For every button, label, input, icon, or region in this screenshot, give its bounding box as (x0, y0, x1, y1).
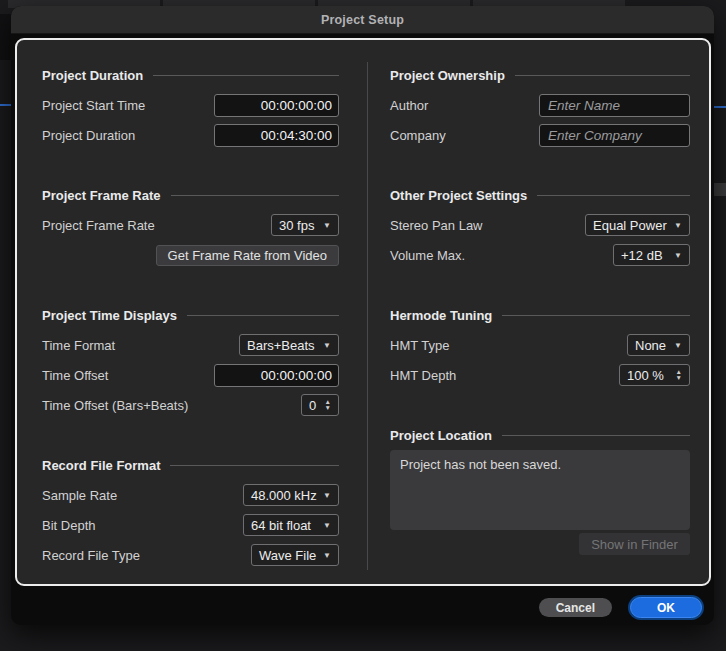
column-divider (367, 62, 368, 570)
section-header-hermode-tuning: Hermode Tuning (390, 307, 690, 323)
button-label: Cancel (556, 601, 595, 615)
section-rule (171, 195, 340, 196)
row-author: Author (390, 90, 690, 120)
selected-value: Wave File (259, 548, 316, 563)
row-project-duration: Project Duration (42, 120, 339, 150)
background-fragment (0, 14, 11, 60)
show-in-finder-button[interactable]: Show in Finder (579, 533, 690, 555)
row-record-file-type: Record File Type Wave File ▼ (42, 540, 339, 570)
field-label: HMT Depth (390, 368, 456, 383)
sample-rate-select[interactable]: 48.000 kHz ▼ (243, 484, 339, 506)
field-label: HMT Type (390, 338, 449, 353)
bit-depth-select[interactable]: 64 bit float ▼ (243, 514, 339, 536)
row-get-frame-rate: Get Frame Rate from Video (42, 240, 339, 270)
row-hmt-depth: HMT Depth 100 % ▲ ▼ (390, 360, 690, 390)
row-project-start-time: Project Start Time (42, 90, 339, 120)
section-rule (502, 435, 690, 436)
project-start-time-input[interactable] (214, 94, 339, 117)
field-label: Author (390, 98, 428, 113)
field-label: Company (390, 128, 446, 143)
project-frame-rate-select[interactable]: 30 fps ▼ (271, 214, 339, 236)
field-label: Time Offset (Bars+Beats) (42, 398, 188, 413)
author-input[interactable] (539, 94, 690, 117)
row-bit-depth: Bit Depth 64 bit float ▼ (42, 510, 339, 540)
dropdown-arrow-icon: ▼ (323, 341, 331, 350)
time-offset-input[interactable] (214, 364, 339, 387)
project-duration-input[interactable] (214, 124, 339, 147)
time-format-select[interactable]: Bars+Beats ▼ (239, 334, 339, 356)
row-time-offset: Time Offset (42, 360, 339, 390)
field-label: Sample Rate (42, 488, 117, 503)
hmt-type-select[interactable]: None ▼ (627, 334, 690, 356)
cancel-button[interactable]: Cancel (539, 598, 612, 617)
row-stereo-pan-law: Stereo Pan Law Equal Power ▼ (390, 210, 690, 240)
section-header-record-file-format: Record File Format (42, 457, 339, 473)
section-rule (502, 315, 690, 316)
field-label: Project Start Time (42, 98, 145, 113)
field-label: Stereo Pan Law (390, 218, 483, 233)
selected-value: +12 dB (621, 248, 663, 263)
row-sample-rate: Sample Rate 48.000 kHz ▼ (42, 480, 339, 510)
dialog-footer: Cancel OK (539, 597, 702, 618)
time-offset-bars-beats-stepper[interactable]: 0 ▲ ▼ (301, 394, 339, 416)
section-title: Hermode Tuning (390, 308, 492, 323)
field-label: Time Offset (42, 368, 108, 383)
dialog-titlebar[interactable]: Project Setup (11, 6, 714, 34)
section-header-project-duration: Project Duration (42, 67, 339, 83)
section-title: Other Project Settings (390, 188, 527, 203)
stepper-down-icon[interactable]: ▼ (676, 375, 682, 381)
row-project-frame-rate: Project Frame Rate 30 fps ▼ (42, 210, 339, 240)
hmt-depth-stepper[interactable]: 100 % ▲ ▼ (619, 364, 690, 386)
project-location-status-box: Project has not been saved. (390, 450, 690, 530)
background-fragment (714, 183, 726, 196)
stereo-pan-law-select[interactable]: Equal Power ▼ (585, 214, 690, 236)
section-header-project-frame-rate: Project Frame Rate (42, 187, 339, 203)
selected-value: 48.000 kHz (251, 488, 317, 503)
section-title: Record File Format (42, 458, 160, 473)
stepper-arrows: ▲ ▼ (325, 399, 331, 411)
row-company: Company (390, 120, 690, 150)
section-header-project-location: Project Location (390, 427, 690, 443)
selected-value: Bars+Beats (247, 338, 315, 353)
left-column: Project Duration Project Start Time Proj… (42, 40, 339, 584)
dropdown-arrow-icon: ▼ (323, 521, 331, 530)
section-header-project-time-displays: Project Time Displays (42, 307, 339, 323)
section-header-other-project-settings: Other Project Settings (390, 187, 690, 203)
button-label: Get Frame Rate from Video (168, 248, 327, 263)
section-title: Project Duration (42, 68, 143, 83)
section-rule (187, 315, 339, 316)
row-time-offset-bars-beats: Time Offset (Bars+Beats) 0 ▲ ▼ (42, 390, 339, 420)
company-input[interactable] (539, 124, 690, 147)
dropdown-arrow-icon: ▼ (674, 341, 682, 350)
section-title: Project Ownership (390, 68, 505, 83)
section-rule (170, 465, 339, 466)
row-hmt-type: HMT Type None ▼ (390, 330, 690, 360)
project-location-status-text: Project has not been saved. (400, 457, 561, 472)
dialog-title: Project Setup (321, 13, 404, 27)
section-title: Project Frame Rate (42, 188, 161, 203)
volume-max-select[interactable]: +12 dB ▼ (613, 244, 690, 266)
button-label: OK (657, 601, 675, 615)
background-fragment (0, 104, 11, 106)
section-title: Project Time Displays (42, 308, 177, 323)
selected-value: None (635, 338, 666, 353)
ok-button[interactable]: OK (630, 597, 702, 618)
background-fragment (714, 106, 726, 108)
section-rule (537, 195, 690, 196)
field-label: Time Format (42, 338, 115, 353)
stepper-arrows: ▲ ▼ (676, 369, 682, 381)
section-rule (515, 75, 690, 76)
field-label: Bit Depth (42, 518, 95, 533)
dropdown-arrow-icon: ▼ (674, 251, 682, 260)
field-label: Volume Max. (390, 248, 465, 263)
record-file-type-select[interactable]: Wave File ▼ (251, 544, 339, 566)
field-label: Project Frame Rate (42, 218, 155, 233)
project-setup-dialog: Project Setup Project Duration Project S… (11, 6, 714, 625)
stepper-down-icon[interactable]: ▼ (325, 405, 331, 411)
selected-value: 64 bit float (251, 518, 311, 533)
dropdown-arrow-icon: ▼ (323, 551, 331, 560)
stepper-value: 100 % (627, 368, 664, 383)
dropdown-arrow-icon: ▼ (323, 491, 331, 500)
get-frame-rate-from-video-button[interactable]: Get Frame Rate from Video (156, 245, 339, 266)
row-volume-max: Volume Max. +12 dB ▼ (390, 240, 690, 270)
